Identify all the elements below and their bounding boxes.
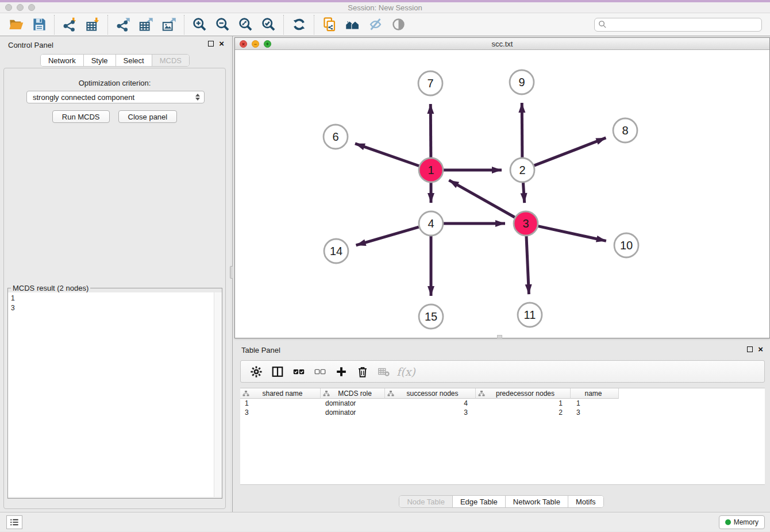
save-floppy-icon	[32, 17, 47, 32]
zoom-fit-button[interactable]	[234, 14, 257, 35]
mcds-result-title: MCDS result (2 nodes)	[11, 284, 90, 292]
criterion-dropdown[interactable]: strongly connected component	[26, 91, 205, 103]
column-header-predecessor-nodes[interactable]: predecessor nodes	[476, 388, 571, 399]
toolbar-separator	[314, 15, 314, 34]
tab-node-table[interactable]: Node Table	[399, 496, 453, 507]
graph-edge-3-11[interactable]	[526, 236, 529, 294]
export-network-button[interactable]	[111, 14, 134, 35]
memory-button[interactable]: Memory	[719, 515, 765, 529]
show-columns-button[interactable]	[267, 363, 288, 381]
cell-shared-name[interactable]: 3	[240, 408, 321, 417]
graph-node-label: 6	[332, 130, 338, 143]
table-header-row: shared name MCDS role successor nodes pr…	[240, 388, 765, 399]
table-panel-header: Table Panel ×	[233, 344, 770, 357]
destroy-table-button[interactable]	[373, 363, 394, 381]
function-builder-button[interactable]: f(x)	[394, 363, 415, 381]
open-folder-icon	[9, 17, 24, 32]
graph-edge-2-9[interactable]	[522, 103, 522, 157]
network-graph[interactable]: 7968124314101511	[235, 50, 769, 338]
close-table-panel-icon[interactable]: ×	[758, 346, 763, 353]
zoom-selected-icon	[261, 17, 276, 32]
memory-status-icon	[725, 519, 731, 525]
export-image-button[interactable]	[157, 14, 180, 35]
graph-edge-2-8[interactable]	[534, 138, 606, 165]
export-table-button[interactable]	[134, 14, 157, 35]
float-panel-icon[interactable]	[208, 41, 214, 47]
zoom-in-button[interactable]	[188, 14, 211, 35]
column-header-name[interactable]: name	[571, 388, 619, 399]
export-image-icon	[161, 17, 177, 32]
network-canvas[interactable]: 7968124314101511	[235, 50, 769, 338]
graph-edge-1-7[interactable]	[430, 104, 431, 157]
column-header-shared-name[interactable]: shared name	[240, 388, 321, 399]
close-panel-button[interactable]: Close panel	[118, 110, 178, 123]
tab-edge-table[interactable]: Edge Table	[453, 496, 506, 507]
graph-node-label: 10	[620, 239, 633, 252]
import-network-button[interactable]	[58, 14, 81, 35]
columns-icon	[271, 365, 284, 378]
graph-edge-1-6[interactable]	[355, 144, 419, 166]
network-window-title: scc.txt	[235, 40, 769, 48]
open-session-button[interactable]	[5, 14, 28, 35]
delete-column-button[interactable]	[352, 363, 373, 381]
table-row[interactable]: 1 dominator 4 1 1	[240, 399, 765, 408]
tab-network[interactable]: Network	[41, 55, 84, 66]
zoom-out-button[interactable]	[211, 14, 234, 35]
search-field[interactable]	[594, 18, 762, 32]
mcds-result-textarea[interactable]: 1 3	[8, 292, 222, 497]
graph-edge-4-14[interactable]	[356, 227, 419, 245]
cell-name[interactable]: 1	[571, 399, 619, 408]
graph-edge-3-10[interactable]	[538, 226, 606, 241]
tab-motifs[interactable]: Motifs	[568, 496, 603, 507]
deselect-all-button[interactable]	[309, 363, 330, 381]
cell-mcds-role[interactable]: dominator	[321, 408, 385, 417]
graph-node-label: 1	[428, 164, 434, 176]
home-layout-button[interactable]	[341, 14, 364, 35]
table-settings-button[interactable]	[245, 363, 267, 381]
float-table-panel-icon[interactable]	[747, 346, 753, 352]
tab-style[interactable]: Style	[84, 55, 116, 66]
optimization-criterion-label: Optimization criterion:	[4, 79, 225, 87]
column-header-successor-nodes[interactable]: successor nodes	[385, 388, 476, 399]
close-panel-icon[interactable]: ×	[219, 40, 224, 47]
cell-successor-nodes[interactable]: 3	[385, 408, 476, 417]
graph-node-label: 2	[519, 164, 525, 176]
status-bar: Memory	[0, 512, 770, 531]
add-column-button[interactable]	[330, 363, 352, 381]
import-table-button[interactable]	[81, 14, 104, 35]
cell-name[interactable]: 3	[571, 408, 619, 417]
column-header-mcds-role[interactable]: MCDS role	[321, 388, 385, 399]
hierarchy-icon	[478, 390, 485, 397]
cell-successor-nodes[interactable]: 4	[385, 399, 476, 408]
plus-icon	[335, 365, 348, 378]
result-scrollbar[interactable]	[214, 292, 222, 497]
window-resize-grip[interactable]	[497, 335, 502, 338]
graph-edge-2-3[interactable]	[523, 183, 524, 203]
save-session-button[interactable]	[28, 14, 51, 35]
search-input[interactable]	[594, 18, 762, 32]
dropdown-stepper-icon	[195, 94, 200, 101]
tab-mcds[interactable]: MCDS	[152, 55, 189, 66]
table-toolbar: f(x)	[240, 360, 765, 383]
zoom-selected-button[interactable]	[257, 14, 280, 35]
mcds-tab-content: Optimization criterion: strongly connect…	[3, 68, 226, 509]
cell-shared-name[interactable]: 1	[240, 399, 321, 408]
task-history-button[interactable]	[6, 515, 22, 529]
table-row[interactable]: 3 dominator 3 2 3	[240, 408, 765, 417]
cell-predecessor-nodes[interactable]: 1	[476, 399, 571, 408]
clone-network-button[interactable]	[318, 14, 341, 35]
cell-mcds-role[interactable]: dominator	[321, 399, 385, 408]
run-mcds-button[interactable]: Run MCDS	[52, 110, 110, 123]
graph-node-label: 9	[518, 76, 525, 88]
graph-edge-3-1[interactable]	[449, 180, 514, 218]
graphics-details-button[interactable]	[364, 14, 387, 35]
tab-network-table[interactable]: Network Table	[506, 496, 568, 507]
show-hide-panels-button[interactable]	[387, 14, 410, 35]
select-all-button[interactable]	[288, 363, 309, 381]
network-view-window: × − + scc.txt 7968124314101511	[234, 37, 770, 338]
refresh-button[interactable]	[287, 14, 310, 35]
gear-icon	[250, 365, 263, 378]
network-window-titlebar[interactable]: × − + scc.txt	[235, 38, 769, 50]
tab-select[interactable]: Select	[116, 55, 152, 66]
cell-predecessor-nodes[interactable]: 2	[476, 408, 571, 417]
